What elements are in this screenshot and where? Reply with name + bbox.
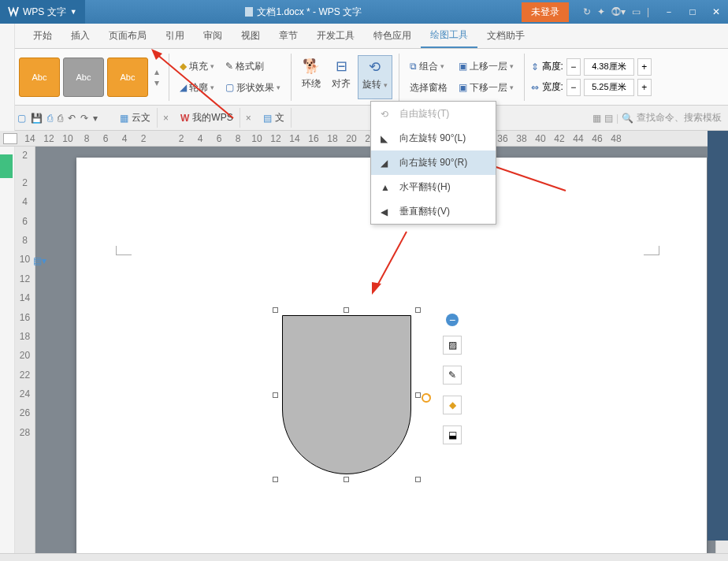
skin-icon[interactable]: ▭ <box>632 6 641 17</box>
menu-review[interactable]: 审阅 <box>194 24 232 47</box>
shield-shape[interactable] <box>282 315 411 474</box>
width-icon: ⇔ <box>531 82 539 93</box>
app-name: WPS 文字 <box>23 6 66 19</box>
search-placeholder: 查找命令、搜索模板 <box>637 111 722 124</box>
login-button[interactable]: 未登录 <box>522 2 569 22</box>
shape-selection[interactable] <box>273 307 421 482</box>
sel-handle-nw[interactable] <box>273 307 278 313</box>
wps-logo-icon <box>8 6 19 17</box>
menu-bar: 开始 插入 页面布局 引用 审阅 视图 章节 开发工具 特色应用 绘图工具 文档… <box>0 24 728 49</box>
bottom-strip <box>0 553 728 561</box>
tab-doc[interactable]: ▤文 <box>257 108 292 128</box>
doc-title: 文档1.docx * - WPS 文字 <box>257 6 362 19</box>
height-inc[interactable]: + <box>637 58 652 76</box>
undo-icon[interactable]: ↶ <box>68 113 76 124</box>
menu-view[interactable]: 视图 <box>232 24 269 47</box>
grid-icon[interactable]: ▦ <box>592 113 601 124</box>
menu-drawtools[interactable]: 绘图工具 <box>421 24 477 48</box>
style-preset-1[interactable]: Abc <box>19 58 60 97</box>
ruler-corner[interactable] <box>3 133 17 144</box>
sel-handle-w[interactable] <box>273 392 278 398</box>
height-icon: ⇕ <box>531 61 539 72</box>
rotate-dropdown: ⟲自由旋转(T)◣向左旋转 90°(L)◢向右旋转 90°(R)▲水平翻转(H)… <box>370 101 496 225</box>
title-center: 文档1.docx * - WPS 文字 <box>85 6 522 19</box>
sel-handle-n[interactable] <box>344 307 349 313</box>
svg-line-6 <box>377 232 407 287</box>
align-button[interactable]: ⊟对齐 <box>328 55 355 99</box>
search-icon: 🔍 <box>622 113 633 124</box>
plus-icon[interactable]: ✦ <box>597 6 605 17</box>
tab-bar: ▢ 💾 ⎙ ⎙ ↶ ↷ ▾ ▦云文 × W我的WPS × ▤文 × + ▦ ▤ … <box>0 106 728 131</box>
sel-handle-s[interactable] <box>344 477 349 482</box>
sel-handle-se[interactable] <box>415 477 421 482</box>
select-pane-button[interactable]: 选择窗格 <box>406 79 451 97</box>
qat-dd-icon[interactable]: ▾ <box>93 113 98 124</box>
maximize-button[interactable]: □ <box>681 0 704 24</box>
print-icon[interactable]: ⎙ <box>47 113 53 124</box>
sel-handle-e[interactable] <box>415 392 421 398</box>
rotate-option-2[interactable]: ◢向右旋转 90°(R) <box>371 150 496 175</box>
svg-rect-0 <box>245 7 253 17</box>
app-menu-dd[interactable]: ▼ <box>70 8 77 16</box>
arrow-3 <box>364 227 419 298</box>
side-indicator[interactable]: ▤▾ <box>33 255 47 266</box>
left-edge-strip <box>0 24 15 561</box>
menu-reference[interactable]: 引用 <box>156 24 194 47</box>
rotate-option-4[interactable]: ◀垂直翻转(V) <box>371 199 496 224</box>
bring-forward-button[interactable]: ▣上移一层▾ <box>455 58 518 76</box>
list-icon[interactable]: ▤ <box>604 113 613 124</box>
title-bar: WPS 文字 ▼ 文档1.docx * - WPS 文字 未登录 ↻ ✦ ⓵▾ … <box>0 0 728 24</box>
combine-button[interactable]: ⧉组合▾ <box>406 58 451 76</box>
menu-dochelper[interactable]: 文档助手 <box>477 24 534 47</box>
rotate-option-1[interactable]: ◣向左旋转 90°(L) <box>371 126 496 150</box>
send-backward-button[interactable]: ▣下移一层▾ <box>455 79 518 97</box>
minimize-button[interactable]: － <box>657 0 681 24</box>
float-toolbar: ▨ ✎ ◆ ⬓ <box>443 336 462 444</box>
window-controls: － □ ✕ <box>657 0 728 24</box>
rotate-option-3[interactable]: ▲水平翻转(H) <box>371 175 496 199</box>
height-label: 高度: <box>542 60 563 73</box>
wrap-button[interactable]: 🐕环绕 <box>298 55 325 99</box>
float-tool-3[interactable]: ◆ <box>443 396 462 414</box>
rotate-button[interactable]: ⟲旋转 ▾ <box>358 55 392 99</box>
ribbon: Abc Abc Abc ▴▾ ◆填充▾ ◢轮廓▾ ✎格式刷 ▢形状效果▾ 🐕环绕… <box>0 49 728 106</box>
title-ext-icons: ↻ ✦ ⓵▾ ▭ | <box>575 6 657 17</box>
doc-icon <box>244 6 254 17</box>
app-logo[interactable]: WPS 文字 ▼ <box>0 0 85 24</box>
svg-marker-7 <box>372 282 381 295</box>
menu-start[interactable]: 开始 <box>24 24 61 47</box>
float-tool-4[interactable]: ⬓ <box>443 425 462 444</box>
ruler-vertical[interactable]: 2246810121416182022242628 <box>15 147 35 553</box>
collapse-float-button[interactable]: − <box>446 314 459 326</box>
close-button[interactable]: ✕ <box>704 0 728 24</box>
menu-devtools[interactable]: 开发工具 <box>307 24 364 47</box>
right-collapsed-panel[interactable] <box>708 131 728 541</box>
preview-icon[interactable]: ⎙ <box>58 113 63 124</box>
sync-icon[interactable]: ↻ <box>583 6 591 17</box>
left-badge <box>0 154 13 178</box>
svg-line-2 <box>156 54 233 118</box>
redo-icon[interactable]: ↷ <box>80 113 88 124</box>
width-dec[interactable]: − <box>566 79 581 96</box>
new-icon[interactable]: ▢ <box>17 113 26 124</box>
menu-section[interactable]: 章节 <box>269 24 307 47</box>
arrow-1 <box>139 47 249 134</box>
menu-special[interactable]: 特色应用 <box>364 24 421 47</box>
style-preset-2[interactable]: Abc <box>63 58 104 97</box>
ruler-horizontal[interactable]: 1412108642246810121416182022242628303234… <box>0 131 728 147</box>
sel-handle-ne[interactable] <box>415 307 421 313</box>
width-inc[interactable]: + <box>637 79 652 96</box>
width-input[interactable] <box>584 79 634 96</box>
float-tool-2[interactable]: ✎ <box>443 366 462 385</box>
search-box[interactable]: ▦ ▤ | 🔍 查找命令、搜索模板 <box>592 111 722 124</box>
height-dec[interactable]: − <box>566 58 581 76</box>
menu-pagelayout[interactable]: 页面布局 <box>99 24 156 47</box>
sel-handle-sw[interactable] <box>273 477 278 482</box>
promo-icon[interactable]: ⓵▾ <box>611 6 626 17</box>
float-tool-1[interactable]: ▨ <box>443 336 462 355</box>
rotate-handle[interactable] <box>421 392 432 403</box>
height-input[interactable] <box>584 58 634 76</box>
save-icon[interactable]: 💾 <box>31 113 43 124</box>
menu-insert[interactable]: 插入 <box>61 24 99 47</box>
width-label: 宽度: <box>542 80 563 94</box>
